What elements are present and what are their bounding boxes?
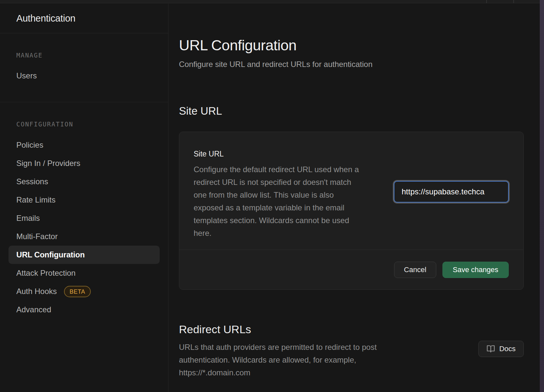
site-url-input-wrap	[394, 150, 509, 250]
sidebar-section-manage: MANAGE Users	[0, 52, 168, 85]
sidebar-item-policies[interactable]: Policies	[0, 136, 168, 154]
redirect-urls-description: URLs that auth providers are permitted t…	[179, 341, 408, 379]
sidebar-item-advanced[interactable]: Advanced	[0, 301, 168, 319]
cancel-button[interactable]: Cancel	[394, 262, 436, 278]
section-label-manage: MANAGE	[0, 52, 168, 59]
site-url-card: Site URL Configure the default redirect …	[179, 132, 524, 290]
docs-button-label: Docs	[499, 345, 516, 353]
sidebar-item-label: Attack Protection	[16, 269, 75, 278]
redirect-urls-heading: Redirect URLs	[179, 323, 524, 336]
sidebar-item-label: Advanced	[16, 305, 51, 314]
sidebar-item-label: Sessions	[16, 177, 48, 186]
sidebar-item-url-configuration[interactable]: URL Configuration	[8, 246, 160, 264]
site-url-card-footer: Cancel Save changes	[179, 250, 523, 289]
sidebar-item-label: Multi-Factor	[16, 232, 58, 241]
top-toolbar-strip	[0, 0, 544, 3]
main-content: URL Configuration Configure site URL and…	[168, 4, 544, 392]
page-subtitle: Configure site URL and redirect URLs for…	[179, 60, 544, 69]
sidebar-section-configuration: CONFIGURATION Policies Sign In / Provide…	[0, 121, 168, 319]
sidebar-item-label: Emails	[16, 214, 40, 223]
sidebar-item-label: Users	[16, 71, 37, 80]
sidebar-item-auth-hooks[interactable]: Auth Hooks BETA	[0, 282, 168, 301]
sidebar-item-sessions[interactable]: Sessions	[0, 172, 168, 191]
sidebar-title: Authentication	[0, 4, 168, 33]
sidebar-item-emails[interactable]: Emails	[0, 209, 168, 227]
sidebar-config-items: Policies Sign In / Providers Sessions Ra…	[0, 136, 168, 319]
site-url-label: Site URL	[194, 150, 376, 158]
site-url-input[interactable]	[394, 181, 509, 203]
sidebar-item-rate-limits[interactable]: Rate Limits	[0, 191, 168, 209]
sidebar-item-label: Auth Hooks	[16, 287, 57, 296]
toolbar-divider	[513, 0, 514, 3]
site-url-description: Configure the default redirect URL used …	[194, 163, 363, 239]
sidebar-item-label: Policies	[16, 140, 43, 150]
save-changes-button[interactable]: Save changes	[442, 262, 509, 278]
sidebar-item-multi-factor[interactable]: Multi-Factor	[0, 227, 168, 246]
site-url-heading: Site URL	[179, 105, 544, 117]
sidebar-divider	[0, 102, 168, 102]
sidebar-item-sign-in-providers[interactable]: Sign In / Providers	[0, 154, 168, 172]
redirect-urls-section: Redirect URLs URLs that auth providers a…	[179, 323, 524, 379]
assistant-panel-edge	[540, 0, 544, 392]
sidebar-item-users[interactable]: Users	[0, 67, 168, 85]
sidebar-item-attack-protection[interactable]: Attack Protection	[0, 264, 168, 282]
auth-sidebar: Authentication MANAGE Users CONFIGURATIO…	[0, 4, 168, 392]
site-url-field-info: Site URL Configure the default redirect …	[194, 150, 376, 250]
sidebar-item-label: Rate Limits	[16, 195, 56, 204]
app-container: Authentication MANAGE Users CONFIGURATIO…	[0, 4, 544, 392]
site-url-card-body: Site URL Configure the default redirect …	[179, 132, 523, 250]
beta-badge: BETA	[64, 286, 91, 297]
sidebar-item-label: Sign In / Providers	[16, 159, 80, 168]
book-open-icon	[487, 345, 495, 353]
sidebar-item-label: URL Configuration	[16, 250, 85, 259]
docs-button[interactable]: Docs	[478, 341, 524, 357]
page-title: URL Configuration	[179, 37, 544, 54]
toolbar-divider	[486, 0, 487, 3]
section-label-configuration: CONFIGURATION	[0, 121, 168, 128]
